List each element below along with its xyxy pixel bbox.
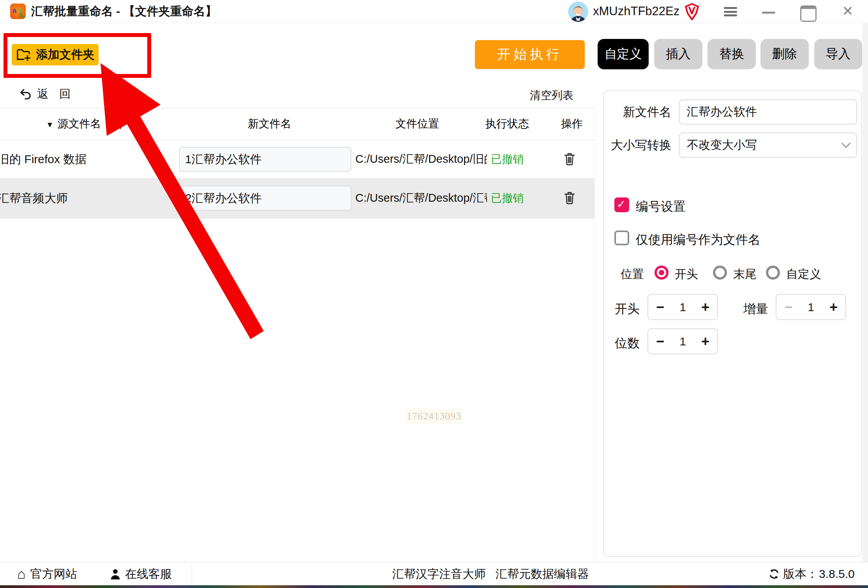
radio-position-end[interactable] xyxy=(713,266,727,280)
close-button[interactable]: × xyxy=(836,0,859,23)
person-icon xyxy=(110,568,120,580)
table-row: 旧的 Firefox 数据 C:/Users/汇帮/Desktop/旧的 已撤销 xyxy=(0,140,595,178)
panel-divider xyxy=(595,108,595,562)
version-label: 版本： xyxy=(783,566,818,582)
custom-settings-panel: 新文件名 大小写转换 不改变大小写 编号设置 仅使用编号作为文件名 位置 开头 … xyxy=(603,90,862,557)
online-support-link[interactable]: 在线客服 xyxy=(110,562,172,586)
app-logo-icon: a A xyxy=(10,4,26,19)
increment-stepper: − 1 + xyxy=(776,294,846,320)
home-icon: ⌂ xyxy=(17,567,26,581)
new-name-input[interactable] xyxy=(179,147,351,172)
numbering-label: 编号设置 xyxy=(636,198,686,215)
divider xyxy=(0,108,595,108)
start-execute-button[interactable]: 开始执行 xyxy=(475,40,585,69)
username-label: xMUzhTFb22Ez xyxy=(593,0,679,23)
only-number-label: 仅使用编号作为文件名 xyxy=(636,231,760,248)
start-number-stepper: − 1 + xyxy=(647,294,718,320)
add-folder-button[interactable]: 添加文件夹 xyxy=(12,44,99,65)
start-number-label: 开头 xyxy=(615,301,640,318)
delete-row-icon[interactable] xyxy=(564,152,575,166)
radio-end-label[interactable]: 末尾 xyxy=(733,266,757,282)
source-name: 汇帮音频大师 xyxy=(0,178,68,218)
source-header-label: 源文件名（2） xyxy=(58,118,129,130)
digits-value[interactable]: 1 xyxy=(679,335,686,348)
svg-text:a: a xyxy=(12,7,17,14)
status-badge: 已撤销 xyxy=(491,140,524,178)
digits-label: 位数 xyxy=(615,335,640,352)
decrement-button[interactable]: − xyxy=(784,300,792,314)
only-number-checkbox[interactable] xyxy=(614,231,629,245)
increment-value[interactable]: 1 xyxy=(808,301,814,314)
user-avatar[interactable] xyxy=(568,2,588,22)
start-number-value[interactable]: 1 xyxy=(679,301,686,314)
refresh-icon xyxy=(768,568,780,580)
add-folder-label: 添加文件夹 xyxy=(36,47,95,63)
footer: ⌂ 官方网站 在线客服 汇帮汉字注音大师 汇帮元数据编辑器 版本：3.8.5.0 xyxy=(0,562,868,586)
pinyin-app-link[interactable]: 汇帮汉字注音大师 xyxy=(392,562,486,586)
radio-start-label[interactable]: 开头 xyxy=(675,266,698,282)
panel-new-name-input[interactable] xyxy=(679,99,857,125)
sort-desc-icon[interactable]: ▼ xyxy=(46,120,54,129)
metadata-app-link[interactable]: 汇帮元数据编辑器 xyxy=(496,562,589,586)
file-path: C:/Users/汇帮/Desktop/汇帮 xyxy=(355,178,487,218)
case-convert-label: 大小写转换 xyxy=(604,132,671,158)
divider xyxy=(0,218,595,218)
tab-import[interactable]: 导入 xyxy=(814,39,862,69)
increment-button[interactable]: + xyxy=(701,300,709,314)
chevron-down-icon xyxy=(841,139,850,148)
app-window: a A 汇帮批量重命名 - 【文件夹重命名】 xMUzhTFb22Ez xyxy=(0,0,868,588)
screen-edge-strip xyxy=(0,585,868,588)
column-header-status: 执行状态 xyxy=(485,115,529,132)
table-row: 汇帮音频大师 C:/Users/汇帮/Desktop/汇帮 已撤销 xyxy=(0,178,595,218)
titlebar: a A 汇帮批量重命名 - 【文件夹重命名】 xMUzhTFb22Ez xyxy=(0,0,868,23)
column-header-location: 文件位置 xyxy=(395,115,439,132)
official-site-label: 官方网站 xyxy=(30,566,77,582)
case-convert-value: 不改变大小写 xyxy=(687,137,843,153)
radio-position-custom[interactable] xyxy=(766,266,780,280)
back-label: 返 回 xyxy=(37,86,74,102)
return-arrow-icon xyxy=(19,88,32,100)
version-value: 3.8.5.0 xyxy=(819,567,855,581)
clear-list-button[interactable]: 清空列表 xyxy=(530,88,573,103)
tab-custom[interactable]: 自定义 xyxy=(598,39,649,69)
tab-insert[interactable]: 插入 xyxy=(654,39,702,69)
column-header-source[interactable]: ▼源文件名（2） xyxy=(46,115,129,132)
vip-badge-icon[interactable] xyxy=(685,3,699,20)
case-convert-select[interactable]: 不改变大小写 xyxy=(679,132,857,158)
watermark: 1762413093 xyxy=(405,409,463,424)
increment-button[interactable]: + xyxy=(701,334,709,349)
status-badge: 已撤销 xyxy=(491,178,524,218)
source-name: 旧的 Firefox 数据 xyxy=(0,140,86,178)
radio-position-start[interactable] xyxy=(655,266,669,280)
edge-strip xyxy=(863,23,868,562)
radio-custom-label[interactable]: 自定义 xyxy=(786,266,821,282)
column-header-newname: 新文件名 xyxy=(248,115,291,132)
online-support-label: 在线客服 xyxy=(125,566,172,582)
column-header-action: 操作 xyxy=(561,115,583,132)
numbering-checkbox[interactable] xyxy=(614,197,629,212)
file-path: C:/Users/汇帮/Desktop/旧的 xyxy=(355,140,487,178)
decrement-button[interactable]: − xyxy=(656,300,664,314)
svg-text:A: A xyxy=(18,12,23,19)
delete-row-icon[interactable] xyxy=(564,191,575,205)
maximize-button[interactable] xyxy=(800,5,817,22)
digits-stepper: − 1 + xyxy=(647,328,718,354)
back-button[interactable]: 返 回 xyxy=(19,86,74,102)
increment-button[interactable]: + xyxy=(829,300,838,314)
official-site-link[interactable]: ⌂ 官方网站 xyxy=(17,562,77,586)
menu-icon[interactable] xyxy=(724,7,737,16)
minimize-button[interactable] xyxy=(762,12,775,14)
tab-replace[interactable]: 替换 xyxy=(707,39,756,69)
version-info[interactable]: 版本：3.8.5.0 xyxy=(768,562,855,586)
tab-delete[interactable]: 删除 xyxy=(760,39,809,69)
window-title: 汇帮批量重命名 - 【文件夹重命名】 xyxy=(31,0,217,23)
position-label: 位置 xyxy=(621,266,644,282)
new-name-input[interactable] xyxy=(179,186,351,211)
decrement-button[interactable]: − xyxy=(656,334,664,349)
increment-label: 增量 xyxy=(743,301,768,318)
footer-divider xyxy=(192,562,192,586)
new-name-label: 新文件名 xyxy=(604,99,671,125)
folder-plus-icon xyxy=(16,48,32,62)
